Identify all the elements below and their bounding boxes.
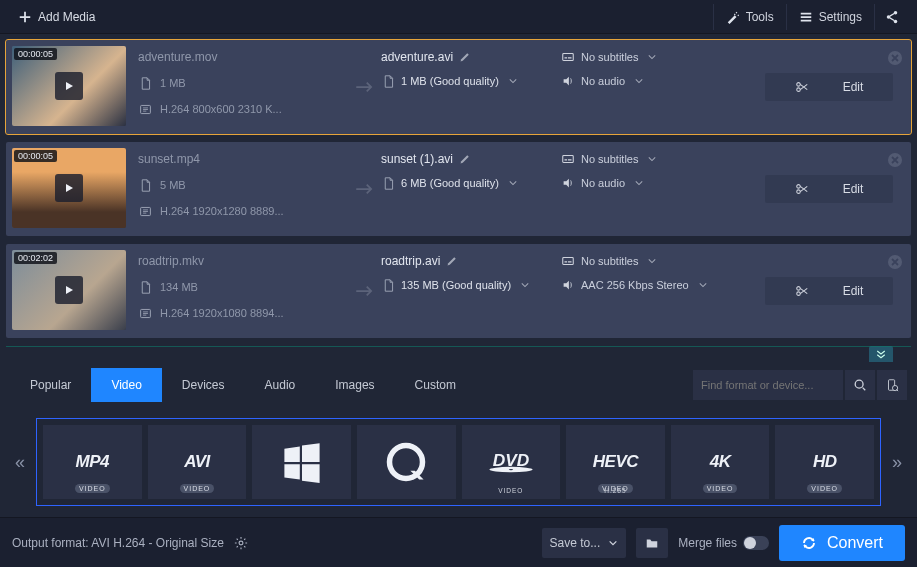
format-card-hevc-h-265-[interactable]: HEVCVIDEOH.265 [566,425,665,499]
file-icon [138,280,152,294]
formats-panel: PopularVideoDevicesAudioImagesCustom « M… [0,362,917,534]
file-row[interactable]: 00:00:05sunset.mp45 MBH.264 1920x1280 88… [6,142,911,236]
audio-value: No audio [581,75,625,87]
svg-point-16 [796,292,800,296]
tab-custom[interactable]: Custom [395,368,476,402]
file-list: 00:00:05adventure.mov1 MBH.264 800x600 2… [0,34,917,338]
audio-value: AAC 256 Kbps Stereo [581,279,689,291]
format-card-avi[interactable]: AVIVIDEO [148,425,247,499]
output-format: Output format: AVI H.264 - Original Size [12,536,248,550]
subtitles-dropdown[interactable] [648,53,656,61]
subtitles-icon [561,50,575,64]
file-icon [381,278,395,292]
file-row[interactable]: 00:00:05adventure.mov1 MBH.264 800x600 2… [6,40,911,134]
format-search [693,370,907,400]
quality-dropdown[interactable] [521,281,529,289]
thumbnail[interactable]: 00:02:02 [12,250,126,330]
scissors-icon [795,80,809,94]
panel-divider [6,346,911,347]
search-device-button[interactable] [877,370,907,400]
scissors-icon [795,182,809,196]
settings-button[interactable]: Settings [786,4,874,30]
remove-file-button[interactable] [887,152,903,168]
edit-label: Edit [843,284,864,298]
edit-label: Edit [843,182,864,196]
play-button[interactable] [55,276,83,304]
tab-audio[interactable]: Audio [245,368,316,402]
windows-icon [280,440,324,484]
tracks-column: No subtitlesAAC 256 Kbps Stereo [559,250,719,332]
rename-button[interactable] [459,153,471,165]
collapse-formats-button[interactable] [869,346,893,362]
audio-dropdown[interactable] [699,281,707,289]
audio-dropdown[interactable] [635,77,643,85]
remove-file-button[interactable] [887,254,903,270]
add-media-button[interactable]: Add Media [8,4,105,30]
search-input[interactable] [693,370,843,400]
svg-rect-14 [563,258,574,265]
rename-button[interactable] [459,51,471,63]
save-to-button[interactable]: Save to... [542,528,627,558]
format-card-hd-full-hd[interactable]: HDVIDEO [775,425,874,499]
merge-files-control: Merge files [678,536,769,550]
tools-button[interactable]: Tools [713,4,786,30]
play-button[interactable] [55,72,83,100]
format-card-mp4[interactable]: MP4VIDEO [43,425,142,499]
format-card-4k-ultra-hd[interactable]: 4KVIDEO [671,425,770,499]
thumbnail[interactable]: 00:00:05 [12,46,126,126]
share-icon [885,10,899,24]
convert-label: Convert [827,534,883,552]
search-button[interactable] [845,370,875,400]
arrow-icon [351,148,379,230]
arrow-icon [351,250,379,332]
format-card-dvd-compatible-video[interactable]: DVDVIDEO [462,425,561,499]
chevron-down-icon [608,538,618,548]
quality-dropdown[interactable] [509,77,517,85]
thumbnail[interactable]: 00:00:05 [12,148,126,228]
output-format-label: Output format: AVI H.264 - Original Size [12,536,224,550]
share-button[interactable] [874,4,909,30]
gear-icon[interactable] [234,536,248,550]
format-card-wmv[interactable] [252,425,351,499]
tab-devices[interactable]: Devices [162,368,245,402]
subtitles-dropdown[interactable] [648,155,656,163]
output-size: 6 MB (Good quality) [401,177,499,189]
svg-point-5 [796,83,800,87]
subtitles-icon [561,152,575,166]
menu-icon [799,10,813,24]
quality-dropdown[interactable] [509,179,517,187]
open-folder-button[interactable] [636,528,668,558]
subtitles-value: No subtitles [581,153,638,165]
merge-toggle[interactable] [743,536,769,550]
svg-point-24 [509,469,513,470]
source-codec: H.264 1920x1280 8889... [160,205,284,217]
edit-button[interactable]: Edit [765,73,893,101]
file-icon [381,176,395,190]
tab-images[interactable]: Images [315,368,394,402]
convert-button[interactable]: Convert [779,525,905,561]
edit-button[interactable]: Edit [765,175,893,203]
tab-video[interactable]: Video [91,368,161,402]
output-size: 135 MB (Good quality) [401,279,511,291]
info-icon [138,102,152,116]
rename-button[interactable] [446,255,458,267]
play-button[interactable] [55,174,83,202]
audio-dropdown[interactable] [635,179,643,187]
quicktime-icon [384,440,428,484]
format-card-mov[interactable] [357,425,456,499]
source-column: adventure.mov1 MBH.264 800x600 2310 K... [126,46,351,128]
scissors-icon [795,284,809,298]
output-filename: adventure.avi [381,50,453,64]
subtitles-dropdown[interactable] [648,257,656,265]
remove-file-button[interactable] [887,50,903,66]
formats-next-button[interactable]: » [887,408,907,516]
formats-prev-button[interactable]: « [10,408,30,516]
file-row[interactable]: 00:02:02roadtrip.mkv134 MBH.264 1920x108… [6,244,911,338]
source-filename: roadtrip.mkv [138,254,345,268]
tracks-column: No subtitlesNo audio [559,148,719,230]
audio-icon [561,176,575,190]
tab-popular[interactable]: Popular [10,368,91,402]
svg-rect-4 [563,54,574,61]
edit-button[interactable]: Edit [765,277,893,305]
merge-label: Merge files [678,536,737,550]
